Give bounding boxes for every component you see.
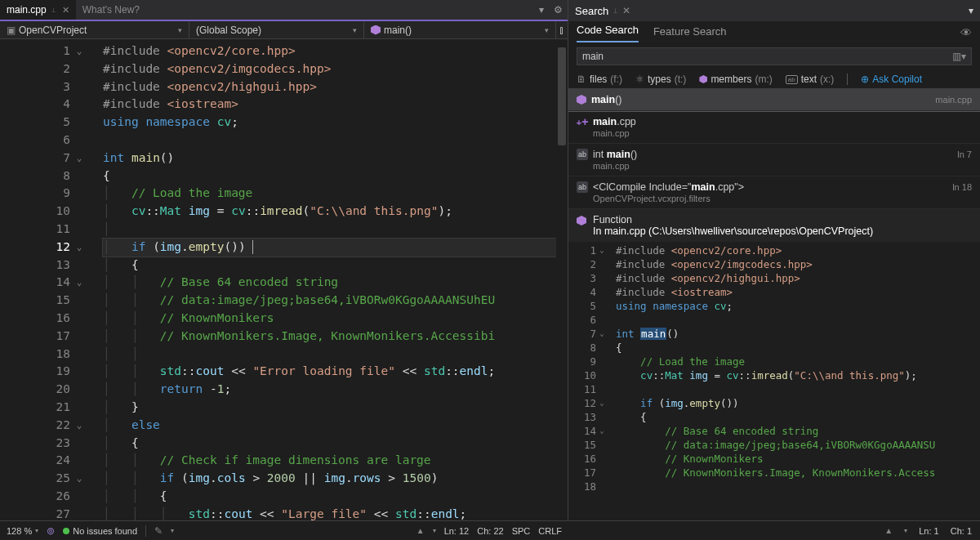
code-line[interactable]: #include <opencv2/highgui.hpp> [103, 78, 556, 96]
code-line[interactable]: #include <opencv2/core.hpp> [103, 42, 556, 60]
function-dropdown[interactable]: main() ▾ [364, 21, 556, 38]
code-line[interactable] [616, 313, 980, 327]
code-line[interactable]: │ else [103, 417, 556, 435]
filter-files[interactable]: 🗎 files (f:) [577, 74, 622, 85]
code-line[interactable]: │ [103, 221, 556, 239]
result-subtitle: OpenCVProject.vcxproj.filters [577, 194, 972, 203]
result-title: <ClCompile Include="main.cpp"> [593, 181, 744, 193]
brush-icon[interactable] [154, 525, 163, 537]
project-dropdown[interactable]: ▣ OpenCVProject ▾ [0, 21, 189, 38]
code-line[interactable]: #include <opencv2/core.hpp> [616, 243, 980, 257]
search-result-item[interactable]: abint main()ln 7main.cpp [568, 144, 980, 176]
zoom-level[interactable]: 128 % ▾ [7, 526, 38, 536]
code-line[interactable]: │ │ // KnownMonikers.Image, KnownMoniker… [103, 328, 556, 346]
code-line[interactable]: │ if (img.empty()) [103, 239, 556, 257]
copilot-status-icon[interactable]: ⊚ [47, 525, 55, 537]
editor-code-area[interactable]: #include <opencv2/core.hpp>#include <ope… [77, 39, 556, 520]
code-line[interactable]: │ │ // Check if image dimensions are lar… [103, 452, 556, 470]
code-line[interactable]: #include <opencv2/imgcodecs.hpp> [103, 60, 556, 78]
split-icon[interactable]: ⫿ [556, 25, 568, 36]
code-line[interactable]: if (img.empty()) [616, 396, 980, 410]
search-result-item[interactable]: main()main.cpp [568, 89, 980, 111]
code-line[interactable]: │ cv::Mat img = cv::imread("C:\\and this… [103, 203, 556, 221]
issues-indicator[interactable]: No issues found [63, 526, 137, 536]
code-line[interactable]: #include <opencv2/imgcodecs.hpp> [616, 257, 980, 271]
fold-toggle-icon[interactable]: ⌄ [598, 243, 606, 257]
result-title: int main() [593, 149, 637, 160]
code-line[interactable]: { [616, 341, 980, 355]
line-indicator[interactable]: Ln: 1 [919, 526, 938, 536]
code-line[interactable]: │ │ │ std::cout << "Large file" << std::… [103, 506, 556, 520]
code-line[interactable] [103, 132, 556, 150]
line-number: 2 [568, 257, 596, 271]
fold-toggle-icon[interactable]: ⌄ [598, 327, 606, 341]
filter-dropdown-icon[interactable]: ▥▾ [952, 51, 966, 62]
code-line[interactable]: │ │ { [103, 488, 556, 506]
fold-toggle-icon[interactable]: ⌄ [598, 424, 606, 438]
add-file-icon: ++ [577, 116, 588, 127]
tab-feature-search[interactable]: Feature Search [653, 22, 727, 42]
code-line[interactable]: #include <opencv2/highgui.hpp> [616, 271, 980, 285]
gear-icon[interactable]: ⚙ [549, 4, 568, 16]
code-line[interactable]: │ } [103, 399, 556, 417]
code-editor[interactable]: 1⌄234567⌄89101112⌄1314⌄1516171819202122⌄… [0, 39, 568, 520]
code-line[interactable]: #include <iostream> [103, 96, 556, 114]
nav-arrow-icon[interactable]: ▲ [884, 526, 893, 535]
tab-code-search[interactable]: Code Search [577, 20, 639, 42]
code-line[interactable]: { [616, 410, 980, 424]
code-line[interactable]: using namespace cv; [616, 299, 980, 313]
code-line[interactable]: │ │ [103, 346, 556, 364]
close-icon[interactable]: ✕ [622, 5, 630, 16]
code-line[interactable]: #include <iostream> [616, 285, 980, 299]
close-icon[interactable]: ✕ [62, 5, 69, 16]
code-line[interactable]: // KnownMonikers.Image, KnownMonikers.Ac… [616, 466, 980, 480]
code-line[interactable]: │ // Load the image [103, 185, 556, 203]
search-result-item[interactable]: ++main.cppmain.cpp [568, 111, 980, 144]
code-line[interactable]: │ │ // Base 64 encoded string [103, 274, 556, 292]
nav-arrow-icon[interactable]: ▲ [416, 526, 425, 535]
ask-copilot-button[interactable]: ⊕ Ask Copilot [861, 74, 922, 85]
code-line[interactable]: │ │ // data:image/jpeg;base64,iVBORw0KGg… [103, 292, 556, 310]
line-indicator[interactable]: Ln: 12 [444, 526, 470, 536]
preview-code[interactable]: 1⌄234567⌄89101112⌄1314⌄15161718 #include… [568, 242, 980, 520]
preview-code-area[interactable]: #include <opencv2/core.hpp>#include <ope… [601, 243, 980, 520]
code-line[interactable]: // data:image/jpeg;base64,iVBORw0KGgoAAA… [616, 438, 980, 452]
scope-dropdown[interactable]: (Global Scope) ▾ [189, 21, 364, 38]
vertical-scrollbar[interactable] [556, 39, 568, 520]
code-line[interactable]: int main() [103, 150, 556, 167]
tab-main-cpp[interactable]: main.cpp ⟂ ✕ [0, 0, 76, 20]
search-result-item[interactable]: ab<ClCompile Include="main.cpp">ln 18Ope… [568, 176, 980, 209]
char-indicator[interactable]: Ch: 22 [477, 526, 503, 536]
status-left: 128 % ▾ ⊚ No issues found ▾ ▲ ▾ Ln: 12 C… [0, 525, 568, 537]
code-line[interactable]: │ { [103, 257, 556, 274]
code-line[interactable]: │ │ // KnownMonikers [103, 310, 556, 328]
code-line[interactable]: { [103, 167, 556, 185]
code-line[interactable]: int main() [616, 327, 980, 341]
code-line[interactable]: using namespace cv; [103, 114, 556, 132]
code-line[interactable]: │ │ std::cout << "Error loading file" <<… [103, 363, 556, 381]
spaces-indicator[interactable]: SPC [512, 526, 531, 536]
filter-text[interactable]: ab text (x:) [786, 74, 835, 85]
pin-icon[interactable]: ⟂ [51, 6, 56, 14]
code-line[interactable]: // Load the image [616, 355, 980, 368]
scrollbar-thumb[interactable] [558, 47, 566, 145]
search-input[interactable] [582, 51, 952, 62]
filter-members[interactable]: members (m:) [699, 74, 772, 85]
code-line[interactable]: │ { [103, 435, 556, 453]
code-line[interactable]: │ │ return -1; [103, 381, 556, 399]
code-line[interactable]: // KnownMonikers [616, 452, 980, 466]
panel-dropdown-icon[interactable]: ▾ [969, 5, 973, 16]
lineend-indicator[interactable]: CRLF [538, 526, 562, 536]
tab-dropdown-icon[interactable]: ▾ [534, 4, 549, 16]
char-indicator[interactable]: Ch: 1 [951, 526, 972, 536]
fold-toggle-icon[interactable]: ⌄ [598, 396, 606, 410]
pin-icon[interactable]: ⟂ [613, 7, 617, 15]
code-line[interactable] [616, 480, 980, 493]
code-line[interactable]: // Base 64 encoded string [616, 424, 980, 438]
eye-off-icon[interactable]: 👁 [960, 26, 972, 42]
code-line[interactable] [616, 382, 980, 396]
tab-whats-new[interactable]: What's New? [76, 0, 146, 20]
code-line[interactable]: cv::Mat img = cv::imread("C:\\and this.p… [616, 368, 980, 382]
code-line[interactable]: │ │ if (img.cols > 2000 || img.rows > 15… [103, 470, 556, 488]
filter-types[interactable]: ⚛ types (t:) [635, 74, 686, 85]
